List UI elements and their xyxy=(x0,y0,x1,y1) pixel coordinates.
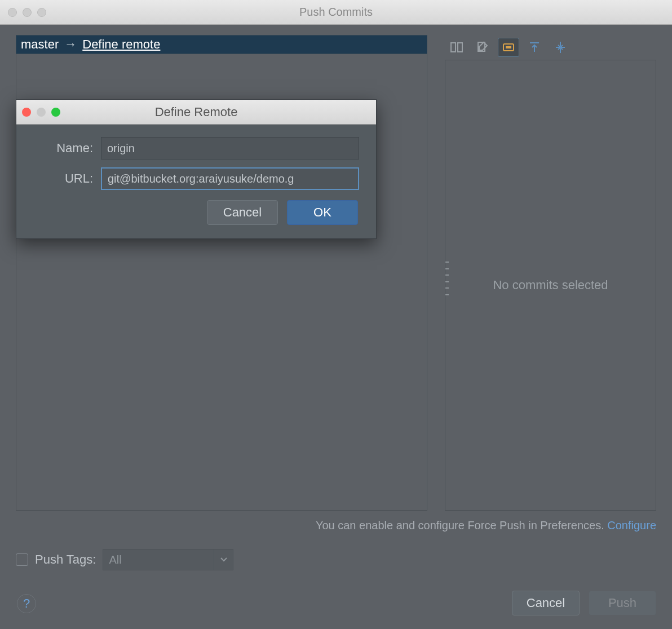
edit-icon[interactable] xyxy=(472,38,493,57)
diff-side-by-side-icon[interactable] xyxy=(446,38,467,57)
minimize-icon[interactable] xyxy=(23,8,32,17)
modal-title: Define Remote xyxy=(155,105,238,119)
window-title: Push Commits xyxy=(5,6,667,19)
modal-minimize-icon[interactable] xyxy=(37,108,46,117)
url-label: URL: xyxy=(33,171,101,186)
zoom-icon[interactable] xyxy=(37,8,46,17)
modal-body: Name: URL: Cancel OK xyxy=(16,125,376,238)
modal-zoom-icon[interactable] xyxy=(51,108,60,117)
close-icon[interactable] xyxy=(8,8,17,17)
branch-name: master xyxy=(21,37,59,52)
define-remote-link[interactable]: Define remote xyxy=(82,37,160,52)
dialog-buttons: Cancel Push xyxy=(512,591,656,615)
collapse-down-icon[interactable] xyxy=(550,38,571,57)
modal-close-icon[interactable] xyxy=(22,108,31,117)
arrow-icon: → xyxy=(64,37,77,52)
side-toolbar xyxy=(445,35,656,60)
hint-text: You can enable and configure Force Push … xyxy=(316,519,607,531)
modal-ok-button[interactable]: OK xyxy=(287,200,358,225)
branch-row[interactable]: master → Define remote xyxy=(16,35,427,54)
chevron-down-icon xyxy=(214,550,233,570)
push-button[interactable]: Push xyxy=(589,591,656,615)
empty-text: No commits selected xyxy=(493,278,608,293)
url-row: URL: xyxy=(33,167,359,190)
svg-rect-4 xyxy=(506,46,511,48)
define-remote-dialog: Define Remote Name: URL: Cancel OK xyxy=(16,99,377,239)
split-handle[interactable] xyxy=(445,262,449,295)
push-tags-select[interactable]: All xyxy=(103,549,233,570)
cancel-button[interactable]: Cancel xyxy=(512,591,580,615)
remote-name-input[interactable] xyxy=(101,137,359,160)
modal-cancel-button[interactable]: Cancel xyxy=(207,200,278,225)
push-tags-label: Push Tags: xyxy=(35,552,96,567)
svg-rect-1 xyxy=(458,43,462,52)
side-panel: No commits selected xyxy=(445,35,656,511)
push-tags-value: All xyxy=(109,553,121,566)
name-label: Name: xyxy=(33,141,101,156)
svg-rect-0 xyxy=(451,43,456,52)
commit-detail-empty: No commits selected xyxy=(445,60,656,511)
help-icon[interactable]: ? xyxy=(17,594,36,613)
remote-url-input[interactable] xyxy=(101,167,359,190)
modal-buttons: Cancel OK xyxy=(33,200,359,225)
main-titlebar: Push Commits xyxy=(0,0,672,25)
traffic-lights xyxy=(8,8,46,17)
configure-link[interactable]: Configure xyxy=(607,519,656,531)
collapse-up-icon[interactable] xyxy=(524,38,545,57)
name-row: Name: xyxy=(33,137,359,160)
push-tags-checkbox[interactable] xyxy=(16,553,28,566)
modal-traffic-lights xyxy=(22,108,60,117)
modal-titlebar: Define Remote xyxy=(16,100,376,125)
force-push-hint: You can enable and configure Force Push … xyxy=(16,519,656,532)
content-area: master → Define remote No commits select… xyxy=(0,25,672,629)
push-tags-row: Push Tags: All xyxy=(16,549,233,570)
preview-diff-icon[interactable] xyxy=(498,38,519,57)
